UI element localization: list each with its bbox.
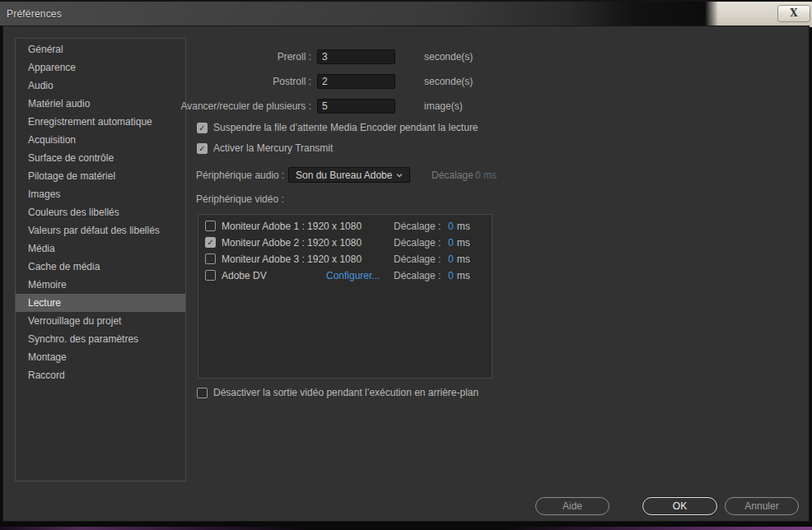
audio-device-label: Périphérique audio : — [196, 170, 284, 181]
video-device-section-label: Périphérique vidéo : — [196, 193, 284, 205]
offset-number[interactable]: 0 — [448, 270, 454, 281]
preroll-label: Preroll : — [155, 51, 311, 63]
sidebar-item-images[interactable]: Images — [16, 185, 185, 203]
checkbox-icon — [197, 388, 208, 398]
audio-device-dropdown[interactable]: Son du Bureau Adobe — [288, 167, 410, 183]
video-device-2-offset-label: Décalage : — [394, 237, 441, 249]
postroll-unit: seconde(s) — [424, 76, 473, 87]
offset-unit: ms — [457, 237, 470, 249]
offset-number[interactable]: 0 — [448, 237, 454, 249]
audio-offset-label: Décalage : — [432, 170, 478, 181]
video-device-2-checkbox[interactable]: ✓ — [205, 237, 216, 248]
chevron-down-icon — [396, 172, 403, 179]
video-device-3-checkbox[interactable] — [205, 253, 216, 264]
audio-device-selected: Son du Bureau Adobe — [289, 170, 396, 181]
video-device-1-checkbox[interactable] — [205, 221, 216, 231]
offset-unit: ms — [457, 221, 470, 232]
video-device-2-name: Moniteur Adobe 2 : 1920 x 1080 — [222, 237, 362, 249]
video-device-4-name: Adobe DV — [222, 270, 267, 281]
disable-bg-video-label: Désactiver la sortie vidéo pendant l’exé… — [213, 387, 478, 398]
offset-number[interactable]: 0 — [448, 253, 454, 265]
suspend-queue-checkbox[interactable]: ✓ Suspendre la file d’attente Media Enco… — [197, 122, 478, 133]
video-device-3-offset-label: Décalage : — [394, 253, 441, 265]
postroll-label: Postroll : — [155, 76, 311, 87]
help-button[interactable]: Aide — [535, 497, 609, 515]
sidebar-item-synchro-des-parametres[interactable]: Synchro. des paramètres — [16, 330, 185, 348]
video-device-2-offset-value: 0ms — [448, 237, 470, 249]
video-device-row-3: Moniteur Adobe 3 : 1920 x 1080 Décalage … — [198, 251, 492, 267]
video-device-list: Moniteur Adobe 1 : 1920 x 1080 Décalage … — [198, 214, 492, 379]
postroll-input[interactable] — [317, 74, 395, 89]
checkbox-icon: ✓ — [197, 123, 208, 133]
title-bar: Préférences X — [0, 0, 812, 26]
sidebar-item-verrouillage-du-projet[interactable]: Verrouillage du projet — [16, 312, 185, 330]
sidebar-item-montage[interactable]: Montage — [16, 348, 185, 366]
window-title: Préférences — [7, 8, 62, 20]
preferences-window: Préférences X Général Apparence Audio Ma… — [0, 0, 812, 530]
sidebar-item-acquisition[interactable]: Acquisition — [16, 131, 185, 149]
video-device-3-offset-value: 0ms — [448, 253, 470, 265]
desktop-strip — [0, 522, 812, 530]
sidebar-item-surface-de-controle[interactable]: Surface de contrôle — [16, 149, 185, 167]
mercury-transmit-label: Activer la Mercury Transmit — [213, 142, 333, 154]
close-icon: X — [790, 7, 797, 19]
video-device-4-checkbox[interactable] — [205, 270, 216, 281]
sidebar-item-media[interactable]: Média — [16, 239, 185, 258]
preroll-unit: seconde(s) — [424, 51, 473, 63]
sidebar-item-couleurs-des-libelles[interactable]: Couleurs des libellés — [16, 203, 185, 221]
sidebar-item-memoire[interactable]: Mémoire — [16, 276, 185, 294]
suspend-queue-label: Suspendre la file d’attente Media Encode… — [213, 122, 478, 133]
video-device-row-1: Moniteur Adobe 1 : 1920 x 1080 Décalage … — [198, 218, 492, 235]
video-device-1-offset-label: Décalage : — [394, 221, 441, 232]
video-device-1-offset-value: 0ms — [448, 221, 470, 232]
ok-button[interactable]: OK — [642, 497, 717, 515]
mercury-transmit-checkbox[interactable]: ✓ Activer la Mercury Transmit — [197, 142, 333, 154]
configure-link[interactable]: Configurer... — [326, 270, 380, 281]
video-device-4-offset-label: Décalage : — [394, 270, 441, 281]
video-device-1-name: Moniteur Adobe 1 : 1920 x 1080 — [222, 221, 362, 232]
sidebar-item-cache-de-media[interactable]: Cache de média — [16, 258, 185, 276]
offset-unit: ms — [457, 253, 470, 265]
sidebar-item-enregistrement-automatique[interactable]: Enregistrement automatique — [16, 113, 185, 131]
step-many-unit: image(s) — [424, 100, 463, 112]
disable-bg-video-checkbox[interactable]: Désactiver la sortie vidéo pendant l’exé… — [197, 387, 478, 398]
video-device-row-2: ✓ Moniteur Adobe 2 : 1920 x 1080 Décalag… — [198, 235, 492, 251]
video-device-3-name: Moniteur Adobe 3 : 1920 x 1080 — [222, 253, 362, 265]
step-many-input[interactable] — [317, 99, 395, 114]
preroll-input[interactable] — [317, 49, 395, 64]
close-button[interactable]: X — [777, 5, 810, 22]
sidebar-item-pilotage-de-materiel[interactable]: Pilotage de matériel — [16, 167, 185, 185]
video-device-4-offset-value: 0ms — [448, 270, 470, 281]
cancel-button[interactable]: Annuler — [725, 497, 799, 515]
offset-unit: ms — [457, 270, 470, 281]
step-many-label: Avancer/reculer de plusieurs : — [155, 100, 311, 112]
offset-number[interactable]: 0 — [448, 221, 454, 232]
sidebar-item-lecture[interactable]: Lecture — [16, 294, 185, 312]
video-device-row-4: Adobe DV Configurer... Décalage : 0ms — [198, 267, 492, 284]
audio-offset-value: 0 ms — [475, 170, 497, 181]
sidebar-item-valeurs-par-defaut-des-libelles[interactable]: Valeurs par défaut des libellés — [16, 221, 185, 239]
sidebar-item-raccord[interactable]: Raccord — [16, 366, 185, 384]
checkbox-icon: ✓ — [197, 143, 208, 154]
